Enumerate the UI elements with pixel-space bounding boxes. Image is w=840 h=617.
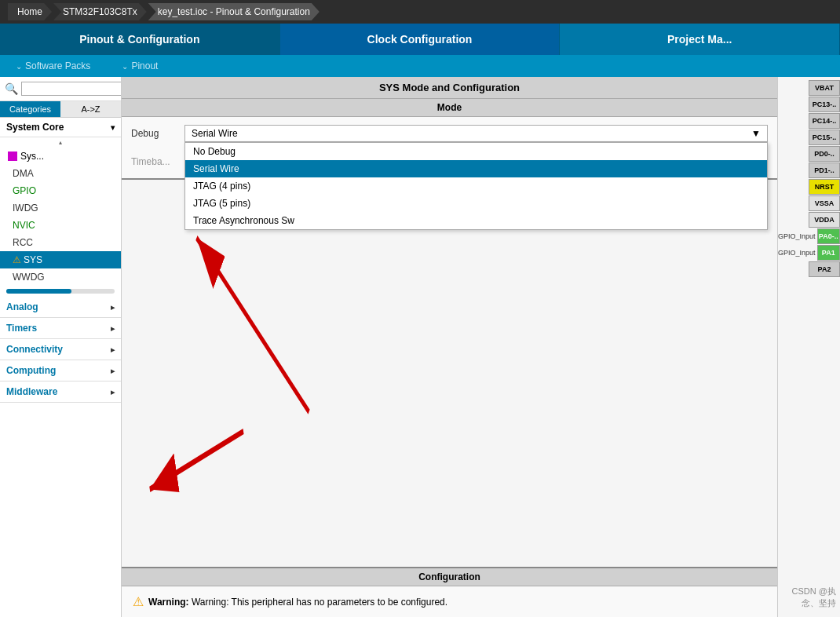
- pin-nrst: NRST: [778, 179, 840, 195]
- dropdown-trace-async[interactable]: Trace Asynchronous Sw: [185, 212, 767, 229]
- chevron-right-icon: ▸: [111, 367, 115, 375]
- arrow-annotation: [122, 180, 777, 567]
- search-input[interactable]: [21, 82, 122, 96]
- chevron-down-icon: ⌄: [16, 62, 22, 71]
- content-area: SYS Mode and Configuration Mode Debug Se…: [122, 77, 777, 617]
- system-core-section[interactable]: System Core ▾: [0, 118, 121, 137]
- warning-message: Warning: Warning: This peripheral has no…: [148, 597, 447, 608]
- pin-pa1: GPIO_Input PA1: [778, 245, 840, 261]
- breadcrumb-file[interactable]: key_test.ioc - Pinout & Configuration: [148, 3, 320, 20]
- pin-box-pd1[interactable]: PD1-..: [809, 162, 840, 178]
- pin-pc15: PC15-..: [778, 130, 840, 145]
- top-tabs: Pinout & Configuration Clock Configurati…: [0, 24, 840, 55]
- chevron-right-icon: ▸: [111, 324, 115, 333]
- content-title: SYS Mode and Configuration: [122, 77, 777, 99]
- right-panel: VBAT PC13-.. PC14-.. PC15-.. PD0-.. PD1-…: [777, 77, 840, 617]
- sidebar-item-sys[interactable]: ⚠ SYS: [0, 251, 121, 268]
- tab-project-manager[interactable]: Project Ma...: [560, 24, 840, 55]
- middleware-header[interactable]: Middleware ▸: [0, 382, 121, 402]
- pin-pa2: PA2: [778, 261, 840, 277]
- sidebar-item-iwdg[interactable]: IWDG: [0, 199, 121, 217]
- chevron-icon: ▾: [111, 123, 115, 132]
- connectivity-header[interactable]: Connectivity ▸: [0, 339, 121, 360]
- computing-group: Computing ▸: [0, 360, 121, 382]
- warning-triangle-icon: ⚠: [133, 594, 144, 609]
- chevron-right-icon: ▸: [111, 303, 115, 312]
- timers-header[interactable]: Timers ▸: [0, 318, 121, 338]
- debug-dropdown-menu: No Debug Serial Wire JTAG (4 pins) JTAG …: [184, 142, 768, 230]
- breadcrumb-home[interactable]: Home: [8, 3, 52, 20]
- pin-box-vdda[interactable]: VDDA: [809, 212, 840, 228]
- sub-tab-pinout[interactable]: ⌄ Pinout: [106, 60, 173, 71]
- pin-box-nrst[interactable]: NRST: [809, 179, 840, 195]
- debug-label: Debug: [131, 125, 178, 139]
- pin-vssa: VSSA: [778, 195, 840, 211]
- warning-icon: ⚠: [13, 254, 21, 265]
- tab-pinout-config[interactable]: Pinout & Configuration: [0, 24, 280, 55]
- pin-box-pa0[interactable]: PA0-..: [817, 228, 840, 244]
- config-header: Configuration: [122, 567, 777, 586]
- timebase-label: Timeba...: [131, 156, 178, 167]
- sys-selected-indicator: Sys...: [0, 148, 121, 165]
- tab-clock-config[interactable]: Clock Configuration: [280, 24, 561, 55]
- pin-box-pc15[interactable]: PC15-..: [809, 130, 840, 145]
- sidebar-item-gpio[interactable]: GPIO: [0, 182, 121, 199]
- sidebar-item-dma[interactable]: DMA: [0, 165, 121, 182]
- chevron-down-icon: ⌄: [122, 62, 128, 71]
- mode-section: Mode Debug Serial Wire ▼ No Debug Serial…: [122, 99, 777, 180]
- mode-header: Mode: [122, 99, 777, 117]
- sidebar-tabs: Categories A->Z: [0, 101, 121, 118]
- annotation-area: 第一步: [122, 180, 777, 567]
- sidebar-item-wwdg[interactable]: WWDG: [0, 268, 121, 286]
- config-section: Configuration ⚠ Warning: Warning: This p…: [122, 567, 777, 617]
- analog-header[interactable]: Analog ▸: [0, 297, 121, 317]
- pin-pa1-label: GPIO_Input: [778, 249, 816, 257]
- sub-tabs: ⌄ Software Packs ⌄ Pinout: [0, 55, 840, 77]
- breadcrumb: Home STM32F103C8Tx key_test.ioc - Pinout…: [0, 0, 840, 24]
- pin-pd1: PD1-..: [778, 162, 840, 178]
- sidebar-item-rcc[interactable]: RCC: [0, 234, 121, 251]
- sub-tab-software-packs[interactable]: ⌄ Software Packs: [0, 60, 106, 71]
- sidebar-item-nvic[interactable]: NVIC: [0, 217, 121, 234]
- svg-line-1: [150, 431, 243, 489]
- pin-box-pd0[interactable]: PD0-..: [809, 146, 840, 162]
- tab-categories[interactable]: Categories: [0, 101, 60, 117]
- pin-list: VBAT PC13-.. PC14-.. PC15-.. PD0-.. PD1-…: [778, 77, 840, 278]
- pin-box-vbat[interactable]: VBAT: [809, 80, 840, 96]
- pin-pc14: PC14-..: [778, 113, 840, 129]
- pin-pa0: GPIO_Input PA0-..: [778, 228, 840, 244]
- dropdown-jtag-5[interactable]: JTAG (5 pins): [185, 195, 767, 212]
- sidebar: 🔍 ▼ Categories A->Z System Core ▾ ▴ Sys.…: [0, 77, 122, 617]
- search-bar: 🔍 ▼: [0, 77, 121, 101]
- scrollbar[interactable]: [6, 289, 115, 294]
- debug-dropdown-btn[interactable]: Serial Wire ▼: [184, 125, 768, 142]
- watermark: CSDN @执念、坚持: [778, 586, 836, 609]
- debug-row: Debug Serial Wire ▼ No Debug Serial Wire…: [122, 117, 777, 150]
- tab-az[interactable]: A->Z: [60, 101, 121, 117]
- pin-box-pc13[interactable]: PC13-..: [809, 97, 840, 112]
- dropdown-arrow-icon: ▼: [751, 128, 761, 139]
- analog-group: Analog ▸: [0, 297, 121, 318]
- svg-line-0: [196, 238, 309, 412]
- pin-box-pc14[interactable]: PC14-..: [809, 113, 840, 129]
- debug-dropdown-container: Serial Wire ▼ No Debug Serial Wire JTAG …: [184, 125, 768, 142]
- pin-box-vssa[interactable]: VSSA: [809, 195, 840, 211]
- middleware-group: Middleware ▸: [0, 382, 121, 403]
- pin-vdda: VDDA: [778, 212, 840, 228]
- timers-group: Timers ▸: [0, 318, 121, 339]
- breadcrumb-device[interactable]: STM32F103C8Tx: [53, 3, 147, 20]
- dropdown-jtag-4[interactable]: JTAG (4 pins): [185, 177, 767, 195]
- pin-pa0-label: GPIO_Input: [778, 232, 816, 240]
- dropdown-no-debug[interactable]: No Debug: [185, 143, 767, 160]
- computing-header[interactable]: Computing ▸: [0, 360, 121, 381]
- connectivity-group: Connectivity ▸: [0, 339, 121, 360]
- sidebar-items: System Core ▾ ▴ Sys... DMA GPIO IWDG NVI…: [0, 118, 121, 617]
- pin-box-pa1[interactable]: PA1: [817, 245, 840, 261]
- chevron-right-icon: ▸: [111, 388, 115, 396]
- main-layout: 🔍 ▼ Categories A->Z System Core ▾ ▴ Sys.…: [0, 77, 840, 617]
- chevron-right-icon: ▸: [111, 345, 115, 354]
- scroll-up[interactable]: ▴: [0, 137, 121, 148]
- pin-box-pa2[interactable]: PA2: [809, 261, 840, 277]
- search-icon[interactable]: 🔍: [5, 82, 18, 95]
- dropdown-serial-wire[interactable]: Serial Wire: [185, 160, 767, 177]
